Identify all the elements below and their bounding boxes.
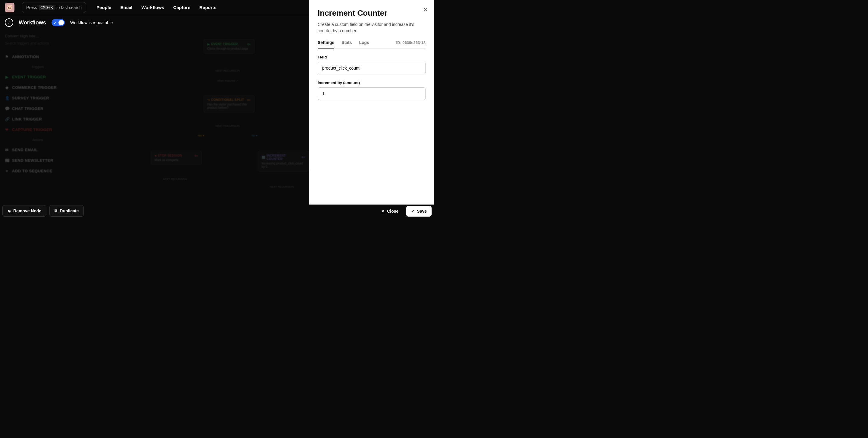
tab-stats[interactable]: Stats: [341, 40, 352, 48]
cat-event-trigger[interactable]: ▶EVENT TRIGGER: [5, 72, 70, 82]
toggle-knob: [59, 20, 64, 25]
footer-left: ⊗ Remove Node ⧉ Duplicate: [2, 205, 84, 216]
cat-send-email[interactable]: ✉SEND EMAIL: [5, 144, 70, 155]
yes-branch-label: Yes ●: [197, 134, 204, 137]
increment-label: Increment by (amount): [318, 80, 426, 85]
no-branch-label: No ●: [252, 134, 257, 137]
main-nav: People Email Workflows Capture Reports: [96, 5, 216, 10]
search-hint-prefix: Press: [26, 5, 37, 10]
node-stop-session[interactable]: ■STOP SESSION0× Mark as complete.: [151, 150, 202, 165]
remove-node-button[interactable]: ⊗ Remove Node: [2, 205, 46, 216]
search-hint[interactable]: Press CMD+K to fast search: [22, 2, 86, 13]
check-icon: ✓: [411, 209, 414, 213]
repeatable-label: Workflow is repeatable: [70, 20, 113, 25]
stop-icon: ■: [155, 154, 157, 157]
panel-tabs: Settings Stats Logs ID: 9639c263-18: [318, 40, 426, 49]
workflow-icon: ✓: [5, 19, 13, 27]
cat-chat-trigger[interactable]: 💬CHAT TRIGGER: [5, 103, 70, 114]
close-icon[interactable]: ✕: [424, 7, 427, 12]
search-hint-suffix: to fast search: [56, 5, 82, 10]
increment-input[interactable]: [318, 87, 426, 100]
next-recursion-label-3: NEXT RECURSION: [163, 178, 187, 181]
node-increment-counter[interactable]: 🔢INCREMENT COUNTER0× Increasing product_…: [258, 150, 309, 172]
footer-right: ✕ Close ✓ Save: [376, 206, 432, 216]
panel-description: Create a custom field on the visitor and…: [318, 22, 426, 34]
nav-workflows[interactable]: Workflows: [141, 5, 164, 10]
cat-survey-trigger[interactable]: 👤SURVEY TRIGGER: [5, 93, 70, 103]
next-recursion-label-4: NEXT RECURSION: [270, 185, 294, 188]
group-triggers-label: Triggers: [5, 65, 70, 69]
nav-capture[interactable]: Capture: [173, 5, 190, 10]
copy-icon: ⧉: [55, 208, 57, 213]
field-label: Field: [318, 55, 426, 59]
cat-link-trigger[interactable]: 🔗LINK TRIGGER: [5, 114, 70, 125]
search-kbd: CMD+K: [39, 5, 55, 10]
tool-palette: Convert High Inte… Search triggers and a…: [0, 30, 75, 219]
app-logo[interactable]: 🐷: [5, 3, 14, 12]
cat-send-newsletter[interactable]: 📰SEND NEWSLETTER: [5, 155, 70, 166]
cat-commerce-trigger[interactable]: ◆COMMERCE TRIGGER: [5, 82, 70, 93]
tab-logs[interactable]: Logs: [359, 40, 369, 48]
repeatable-toggle[interactable]: ✓: [52, 19, 65, 26]
breadcrumb: Convert High Inte…: [5, 34, 70, 38]
annotation-icon: ⚑: [5, 55, 9, 59]
duplicate-button[interactable]: ⧉ Duplicate: [50, 205, 84, 216]
when-matched-label: When matched ✓: [217, 79, 239, 82]
remove-icon: ⊗: [7, 209, 11, 213]
node-event-trigger[interactable]: ▶EVENT TRIGGER0× Clicks through to produ…: [204, 39, 255, 54]
nav-reports[interactable]: Reports: [199, 5, 216, 10]
tab-settings[interactable]: Settings: [318, 40, 334, 48]
nav-email[interactable]: Email: [120, 5, 132, 10]
group-actions-label: Actions: [5, 138, 70, 142]
save-button[interactable]: ✓ Save: [406, 206, 432, 216]
close-button[interactable]: ✕ Close: [376, 206, 403, 216]
palette-search[interactable]: Search triggers and actions: [5, 41, 70, 45]
play-icon: ▶: [207, 42, 210, 46]
node-conditional-split[interactable]: ↪CONDITIONAL SPLIT0× Has the visitor pur…: [204, 95, 255, 113]
next-recursion-label: NEXT RECURSION: [216, 69, 240, 72]
cat-add-sequence[interactable]: ≡ADD TO SEQUENCE: [5, 166, 70, 176]
node-settings-panel: ✕ Increment Counter Create a custom fiel…: [309, 0, 434, 205]
check-icon: ✓: [54, 21, 57, 25]
node-id-label: ID: 9639c263-18: [396, 40, 426, 45]
close-icon: ✕: [381, 209, 384, 213]
counter-icon: 🔢: [261, 156, 266, 159]
field-input[interactable]: [318, 62, 426, 74]
cat-capture-trigger[interactable]: ❤CAPTURE TRIGGER: [5, 125, 70, 135]
split-icon: ↪: [207, 98, 210, 102]
page-title: Workflows: [19, 20, 46, 26]
panel-title: Increment Counter: [318, 8, 426, 18]
nav-people[interactable]: People: [96, 5, 111, 10]
next-recursion-label-2: NEXT RECURSION: [216, 125, 240, 127]
